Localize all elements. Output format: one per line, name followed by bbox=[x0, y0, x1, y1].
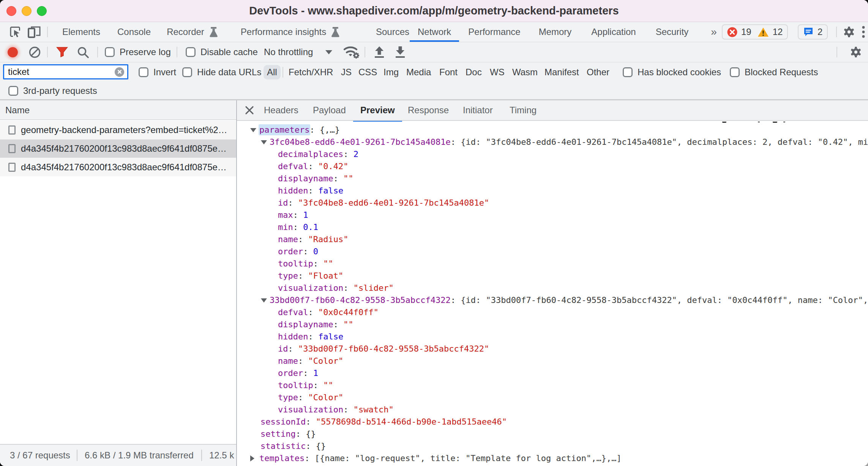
json-line[interactable]: name: "Radius" bbox=[237, 233, 868, 246]
filter-type-img[interactable]: Img bbox=[383, 62, 399, 82]
json-line[interactable]: decimalplaces: 2 bbox=[237, 148, 868, 160]
issues-badge[interactable]: 19 12 bbox=[722, 24, 788, 40]
hide-data-urls-toggle[interactable]: Hide data URLs bbox=[182, 62, 261, 82]
json-token-str: "Color" bbox=[308, 393, 343, 402]
filter-input[interactable]: ticket bbox=[3, 64, 128, 79]
json-line[interactable]: defval: "0x0c44f0ff" bbox=[237, 306, 868, 319]
detail-tab-initiator[interactable]: Initiator bbox=[463, 100, 493, 120]
filter-toggle-button[interactable] bbox=[56, 42, 68, 62]
detail-tab-preview[interactable]: Preview bbox=[360, 100, 395, 120]
json-line[interactable]: order: 0 bbox=[237, 246, 868, 258]
filter-type-font[interactable]: Font bbox=[439, 62, 458, 82]
tab-application[interactable]: Application bbox=[591, 22, 636, 42]
filter-type-all[interactable]: All bbox=[264, 62, 281, 82]
json-line[interactable]: tooltip: "" bbox=[237, 379, 868, 392]
json-line[interactable]: visualization: "swatch" bbox=[237, 404, 868, 416]
blocked-requests-toggle[interactable]: Blocked Requests bbox=[730, 62, 818, 82]
disable-cache-toggle[interactable]: Disable cache bbox=[186, 42, 258, 62]
network-conditions-button[interactable] bbox=[343, 42, 360, 62]
hide-data-urls-checkbox[interactable] bbox=[182, 67, 192, 77]
inspect-element-button[interactable] bbox=[8, 22, 22, 42]
tab-performance[interactable]: Performance bbox=[468, 22, 520, 42]
tab-memory[interactable]: Memory bbox=[539, 22, 572, 42]
name-column-header[interactable]: Name bbox=[0, 100, 236, 120]
blocked-requests-checkbox[interactable] bbox=[730, 67, 740, 77]
json-line[interactable]: type: "Float" bbox=[237, 270, 868, 282]
filter-type-js[interactable]: JS bbox=[341, 62, 352, 82]
json-line[interactable]: id: "3fc04be8-edd6-4e01-9261-7bc145a4081… bbox=[237, 197, 868, 209]
json-line[interactable]: order: 1 bbox=[237, 367, 868, 379]
search-network-button[interactable] bbox=[77, 42, 89, 62]
collapse-icon[interactable] bbox=[250, 128, 256, 132]
json-line[interactable]: 33bd00f7-fb60-4c82-9558-3b5abccf4322: {i… bbox=[237, 294, 868, 306]
collapse-icon[interactable] bbox=[261, 298, 267, 303]
expand-icon[interactable] bbox=[250, 455, 254, 461]
disable-cache-checkbox[interactable] bbox=[186, 47, 196, 57]
messages-badge[interactable]: 2 bbox=[798, 24, 828, 40]
json-line[interactable]: parameters: {,…} bbox=[237, 124, 868, 136]
collapse-icon[interactable] bbox=[261, 140, 267, 144]
request-row[interactable]: d4a345f4b21760200f13c983d8aec9f641df0875… bbox=[0, 158, 236, 176]
filter-type-manifest[interactable]: Manifest bbox=[544, 62, 579, 82]
has-blocked-cookies-checkbox[interactable] bbox=[623, 67, 633, 77]
has-blocked-cookies-toggle[interactable]: Has blocked cookies bbox=[623, 62, 721, 82]
json-line[interactable]: name: "Color" bbox=[237, 355, 868, 367]
filter-type-media[interactable]: Media bbox=[406, 62, 431, 82]
tab-performance-insights[interactable]: Performance insights bbox=[241, 22, 340, 42]
network-settings-button[interactable] bbox=[849, 42, 862, 62]
invert-checkbox[interactable] bbox=[139, 67, 148, 77]
json-line[interactable]: 3fc04be8-edd6-4e01-9261-7bc145a4081e: {i… bbox=[237, 136, 868, 148]
request-row[interactable]: geometry-backend-parameters?embed=ticket… bbox=[0, 121, 236, 139]
tab-sources[interactable]: Sources bbox=[376, 22, 409, 42]
detail-tab-response[interactable]: Response bbox=[408, 100, 449, 120]
json-line[interactable]: displayname: "" bbox=[237, 173, 868, 185]
clear-input-icon[interactable] bbox=[115, 67, 124, 77]
preserve-log-checkbox[interactable] bbox=[105, 47, 115, 57]
detail-tab-headers[interactable]: Headers bbox=[264, 100, 298, 120]
json-line[interactable]: defval: "0.42" bbox=[237, 160, 868, 173]
json-token-plain: : bbox=[288, 198, 298, 208]
export-har-button[interactable] bbox=[394, 42, 407, 62]
third-party-toggle[interactable]: 3rd-party requests bbox=[8, 82, 97, 99]
json-line[interactable]: sessionId: "5578698d-b514-466d-b90e-1abd… bbox=[237, 416, 868, 428]
record-network-log-button[interactable] bbox=[8, 42, 18, 62]
tab-security[interactable]: Security bbox=[656, 22, 689, 42]
filter-type-fetch-xhr[interactable]: Fetch/XHR bbox=[289, 62, 333, 82]
json-line[interactable]: visualization: "slider" bbox=[237, 282, 868, 294]
tab-console[interactable]: Console bbox=[117, 22, 151, 42]
tab-elements[interactable]: Elements bbox=[62, 22, 100, 42]
filter-type-other[interactable]: Other bbox=[587, 62, 609, 82]
detail-tab-payload[interactable]: Payload bbox=[313, 100, 346, 120]
json-line[interactable]: statistic: {} bbox=[237, 440, 868, 452]
more-options-button[interactable] bbox=[859, 22, 868, 42]
filter-type-css[interactable]: CSS bbox=[358, 62, 377, 82]
json-line[interactable]: setting: {} bbox=[237, 428, 868, 440]
filter-type-doc[interactable]: Doc bbox=[466, 62, 482, 82]
json-line[interactable]: hidden: false bbox=[237, 331, 868, 343]
filter-type-wasm[interactable]: Wasm bbox=[512, 62, 538, 82]
preserve-log-toggle[interactable]: Preserve log bbox=[105, 42, 171, 62]
json-line[interactable]: tooltip: "" bbox=[237, 258, 868, 270]
tab-network[interactable]: Network bbox=[418, 22, 451, 42]
invert-filter-toggle[interactable]: Invert bbox=[139, 62, 176, 82]
close-detail-button[interactable] bbox=[245, 100, 254, 120]
settings-button[interactable] bbox=[842, 22, 856, 42]
clear-network-log-button[interactable] bbox=[29, 42, 41, 62]
json-line[interactable]: max: 1 bbox=[237, 209, 868, 221]
third-party-checkbox[interactable] bbox=[8, 86, 18, 96]
json-line[interactable]: type: "Color" bbox=[237, 392, 868, 404]
request-row[interactable]: d4a345f4b21760200f13c983d8aec9f641df0875… bbox=[0, 139, 236, 158]
tab-recorder[interactable]: Recorder bbox=[167, 22, 218, 42]
import-har-button[interactable] bbox=[373, 42, 386, 62]
throttling-select[interactable]: No throttling bbox=[264, 42, 313, 62]
detail-tab-timing[interactable]: Timing bbox=[510, 100, 537, 120]
json-line[interactable]: templates: [{name: "log-request", title:… bbox=[237, 452, 868, 464]
throttling-dropdown-button[interactable] bbox=[325, 42, 332, 62]
json-line[interactable]: displayname: "" bbox=[237, 319, 868, 331]
more-tabs-button[interactable]: » bbox=[711, 22, 717, 42]
json-line[interactable]: id: "33bd00f7-fb60-4c82-9558-3b5abccf432… bbox=[237, 343, 868, 355]
toggle-device-toolbar-button[interactable] bbox=[27, 22, 42, 42]
json-line[interactable]: hidden: false bbox=[237, 185, 868, 197]
filter-type-ws[interactable]: WS bbox=[490, 62, 505, 82]
json-line[interactable]: min: 0.1 bbox=[237, 221, 868, 233]
